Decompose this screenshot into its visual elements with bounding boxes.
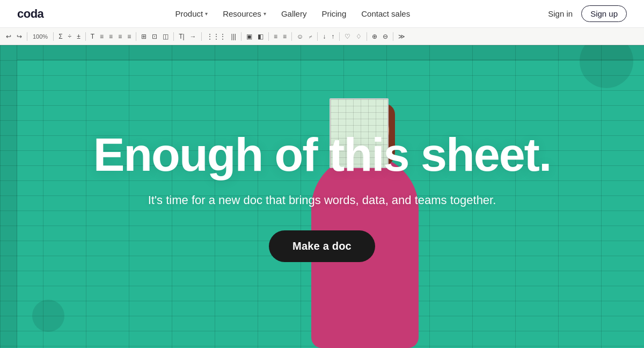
nav-resources[interactable]: Resources ▾ <box>217 6 272 21</box>
embed-icon[interactable]: ◧ <box>256 32 265 41</box>
filter-icon[interactable]: ⌿ <box>307 32 314 41</box>
toolbar-separator <box>53 32 54 41</box>
remove-icon[interactable]: ⊖ <box>381 32 390 41</box>
toolbar-separator <box>85 32 86 41</box>
nav-pricing[interactable]: Pricing <box>316 6 352 21</box>
collapse-icon[interactable]: ↑ <box>330 32 336 41</box>
grid-icon[interactable]: ⊡ <box>150 32 159 41</box>
editor-toolbar: ↩ ↪ 100% Σ ÷ ± T ≡ ≡ ≡ ≡ ⊞ ⊡ ◫ T| → ⋮⋮⋮ … <box>0 28 644 45</box>
hero-content: Enough of this sheet. It's time for a ne… <box>0 45 644 348</box>
toolbar-separator <box>241 32 241 41</box>
toolbar-separator <box>393 32 393 41</box>
hero-headline: Enough of this sheet. <box>93 131 551 178</box>
hero-section: Enough of this sheet. It's time for a ne… <box>0 45 644 348</box>
expand-icon[interactable]: ↓ <box>321 32 327 41</box>
signin-button[interactable]: Sign in <box>541 6 579 21</box>
arrow-right-icon[interactable]: → <box>188 32 198 41</box>
image-icon[interactable]: ▣ <box>245 32 254 41</box>
toolbar-separator <box>268 32 269 41</box>
format-icon[interactable]: Σ <box>57 32 64 41</box>
toolbar-separator <box>367 32 367 41</box>
cta-button[interactable]: Make a doc <box>269 230 375 262</box>
chart-icon[interactable]: ◫ <box>161 32 170 41</box>
toolbar-separator <box>317 32 318 41</box>
table-icon[interactable]: ⊞ <box>140 32 148 41</box>
nav-actions: Sign in Sign up <box>541 5 627 22</box>
rows-icon[interactable]: ⋮⋮⋮ <box>205 32 228 41</box>
undo-icon[interactable]: ↩ <box>4 32 13 41</box>
plus-minus-icon[interactable]: ± <box>75 32 82 41</box>
toolbar-separator <box>27 32 27 41</box>
heart-icon[interactable]: ♡ <box>343 32 352 41</box>
hero-subline: It's time for a new doc that brings word… <box>148 191 496 209</box>
signup-button[interactable]: Sign up <box>581 5 627 22</box>
star-icon[interactable]: ♢ <box>354 32 363 41</box>
indent-icon[interactable]: ≡ <box>281 32 288 41</box>
nav-product[interactable]: Product ▾ <box>170 6 213 21</box>
nav-links: Product ▾ Resources ▾ Gallery Pricing Co… <box>170 6 415 21</box>
redo-icon[interactable]: ↪ <box>15 32 24 41</box>
columns-icon[interactable]: ||| <box>230 32 238 41</box>
toolbar-separator <box>201 32 202 41</box>
toolbar-separator <box>136 32 136 41</box>
zoom-control[interactable]: 100% <box>31 32 50 41</box>
toolbar-separator <box>339 32 340 41</box>
nav-contact-sales[interactable]: Contact sales <box>356 6 415 21</box>
align-center-icon[interactable]: ≡ <box>107 32 114 41</box>
divide-icon[interactable]: ÷ <box>67 32 74 41</box>
navbar: coda Product ▾ Resources ▾ Gallery Prici… <box>0 0 644 28</box>
align-right-icon[interactable]: ≡ <box>116 32 123 41</box>
emoji-icon[interactable]: ☺ <box>295 32 305 41</box>
nav-gallery[interactable]: Gallery <box>276 6 312 21</box>
chevron-down-icon: ▾ <box>264 11 266 17</box>
text-icon[interactable]: T <box>89 32 96 41</box>
text-column-icon[interactable]: T| <box>177 32 186 41</box>
chevron-down-icon: ▾ <box>205 11 208 17</box>
more-icon[interactable]: ≫ <box>397 32 407 41</box>
add-icon[interactable]: ⊕ <box>370 32 379 41</box>
align-icon[interactable]: ≡ <box>98 32 105 41</box>
toolbar-separator <box>291 32 292 41</box>
list-icon[interactable]: ≡ <box>272 32 279 41</box>
align-justify-icon[interactable]: ≡ <box>126 32 133 41</box>
toolbar-separator <box>173 32 174 41</box>
brand-logo[interactable]: coda <box>17 7 43 21</box>
